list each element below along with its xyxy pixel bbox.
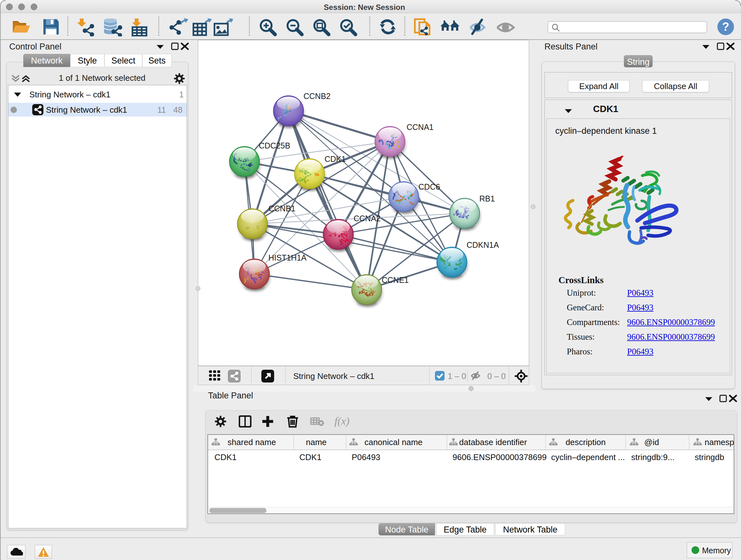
svg-text:CDC25B: CDC25B (259, 141, 290, 150)
svg-text:CCNB2: CCNB2 (304, 91, 331, 101)
svg-text:CCNE1: CCNE1 (382, 275, 409, 285)
svg-text:CDK1: CDK1 (325, 154, 346, 164)
svg-text:CDKN1A: CDKN1A (467, 240, 499, 249)
svg-text:CDC6: CDC6 (418, 182, 440, 191)
svg-text:?: ? (722, 20, 729, 33)
svg-text:CCNA2: CCNA2 (354, 214, 381, 223)
svg-text:CCNA1: CCNA1 (407, 123, 434, 132)
svg-text:CCNB1: CCNB1 (268, 204, 295, 213)
svg-text:RB1: RB1 (479, 194, 495, 203)
svg-text:HIST1H1A: HIST1H1A (268, 253, 307, 262)
